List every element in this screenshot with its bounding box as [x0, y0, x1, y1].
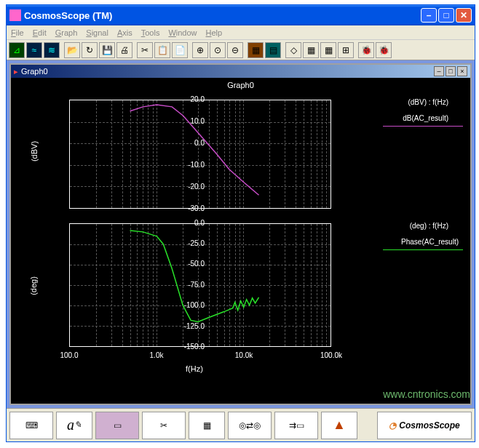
tool-bug2-icon[interactable]: 🐞	[376, 42, 392, 58]
menu-axis[interactable]: Axis	[117, 28, 132, 37]
menu-window[interactable]: Window	[168, 28, 197, 37]
tool-grid2-icon[interactable]: ▦	[320, 42, 336, 58]
p1-ytick: 20.0	[175, 95, 205, 103]
scope-selected-icon[interactable]: ▭	[95, 412, 139, 439]
p2-ytick: -100.0	[175, 301, 205, 309]
tool-bug1-icon[interactable]: 🐞	[358, 42, 374, 58]
graph-maximize-button[interactable]: □	[446, 66, 456, 76]
tool-grid1-icon[interactable]: ▦	[303, 42, 319, 58]
tool-axes-icon[interactable]: ⊞	[338, 42, 354, 58]
matlab-icon[interactable]: ▲	[321, 412, 357, 439]
xlabel: f(Hz)	[186, 364, 203, 373]
plot2-ylabel: (deg)	[29, 276, 38, 295]
cut-tool-icon[interactable]: ✂	[142, 412, 186, 439]
brand-logo-icon: ◔	[389, 420, 396, 431]
graph-canvas[interactable]: Graph0 (dBV) 20.0 10.0 0.0 -10.0 -	[11, 78, 470, 404]
tool-open-icon[interactable]: 📂	[64, 42, 80, 58]
mdi-area: ▸ Graph0 – □ × Graph0 (dBV)	[7, 60, 475, 408]
window-title: CosmosScope (TM)	[24, 10, 421, 21]
brand-label: CosmosScope	[399, 420, 459, 431]
p2-ytick: -125.0	[175, 322, 205, 330]
tool-palette2-icon[interactable]: ▤	[265, 42, 281, 58]
menu-graph[interactable]: Graph	[55, 28, 78, 37]
plot2-legend-title: (deg) : f(Hz)	[410, 222, 448, 230]
p1-ytick: -10.0	[175, 161, 205, 169]
menu-edit[interactable]: Edit	[33, 28, 47, 37]
tool-wave1-icon[interactable]: ≈	[26, 42, 42, 58]
xtick: 1.0k	[142, 351, 171, 359]
p2-ytick: -50.0	[175, 260, 205, 268]
tool-cut-icon[interactable]: ✂	[137, 42, 153, 58]
close-button[interactable]: ✕	[456, 8, 472, 23]
tool-erase-icon[interactable]: ◇	[285, 42, 301, 58]
calculator-icon[interactable]: ▦	[189, 412, 225, 439]
graph-window-title: Graph0	[21, 67, 48, 76]
graph-window-icon: ▸	[14, 67, 18, 76]
tool-wave2-icon[interactable]: ≋	[44, 42, 60, 58]
app-window: CosmosScope (TM) – □ ✕ File Edit Graph S…	[6, 4, 475, 442]
plot1[interactable]	[69, 100, 331, 209]
menubar: File Edit Graph Signal Axis Tools Window…	[7, 25, 475, 40]
legend-color-db	[383, 126, 463, 127]
menu-signal[interactable]: Signal	[86, 28, 108, 37]
tool-palette1-icon[interactable]: ▦	[248, 42, 264, 58]
p1-ytick: 0.0	[175, 139, 205, 147]
brand-button[interactable]: ◔ CosmosScope	[377, 412, 472, 439]
menu-tools[interactable]: Tools	[141, 28, 160, 37]
graph-close-button[interactable]: ×	[457, 66, 467, 76]
graph-window: ▸ Graph0 – □ × Graph0 (dBV)	[9, 63, 472, 405]
p2-ytick: -150.0	[175, 343, 205, 351]
tool-print-icon[interactable]: 🖨	[116, 42, 132, 58]
graph-minimize-button[interactable]: –	[434, 66, 444, 76]
reels-icon[interactable]: ◎⇄◎	[228, 412, 272, 439]
tool-zoom-in-icon[interactable]: ⊕	[192, 42, 208, 58]
plot1-legend-trace[interactable]: dB(AC_result)	[403, 114, 448, 122]
keyboard-icon[interactable]: ⌨	[9, 412, 53, 439]
tool-scope-icon[interactable]: ⊿	[9, 42, 25, 58]
p2-ytick: 0.0	[175, 219, 205, 227]
xtick: 100.0k	[317, 351, 346, 359]
legend-color-phase	[383, 249, 463, 250]
p1-ytick: 10.0	[175, 117, 205, 125]
plot1-ylabel: (dBV)	[30, 141, 39, 161]
app-icon	[9, 9, 21, 21]
toolbar: ⊿ ≈ ≋ 📂 ↻ 💾 🖨 ✂ 📋 📄 ⊕ ⊙ ⊖ ▦ ▤ ◇ ▦ ▦ ⊞ 🐞 …	[7, 40, 475, 60]
watermark: www.cntronics.com	[383, 388, 470, 400]
graph-title: Graph0	[227, 81, 254, 89]
minimize-button[interactable]: –	[421, 8, 437, 23]
tool-paste-icon[interactable]: 📄	[172, 42, 188, 58]
tool-zoom-out-icon[interactable]: ⊖	[227, 42, 243, 58]
titlebar[interactable]: CosmosScope (TM) – □ ✕	[7, 5, 475, 25]
plot2-legend-trace[interactable]: Phase(AC_result)	[401, 238, 459, 246]
xtick: 10.0k	[229, 351, 258, 359]
plot1-legend-title: (dBV) : f(Hz)	[408, 98, 448, 106]
tool-copy-icon[interactable]: 📋	[154, 42, 170, 58]
tool-zoom-fit-icon[interactable]: ⊙	[210, 42, 226, 58]
bottom-toolbar: ⌨ a✎ ▭ ✂ ▦ ◎⇄◎ ⇉▭ ▲ ◔ CosmosScope	[7, 408, 475, 441]
maximize-button[interactable]: □	[438, 8, 454, 23]
annotate-icon[interactable]: a✎	[56, 412, 92, 439]
menu-file[interactable]: File	[11, 28, 24, 37]
p1-ytick: -20.0	[175, 183, 205, 191]
p2-ytick: -25.0	[175, 239, 205, 247]
tool-reload-icon[interactable]: ↻	[82, 42, 98, 58]
menu-help[interactable]: Help	[206, 28, 223, 37]
p2-ytick: -75.0	[175, 281, 205, 289]
xtick: 100.0	[55, 351, 84, 359]
p1-ytick: -30.0	[175, 204, 205, 212]
flow-icon[interactable]: ⇉▭	[274, 412, 318, 439]
graph-titlebar[interactable]: ▸ Graph0 – □ ×	[11, 65, 470, 78]
tool-save-icon[interactable]: 💾	[99, 42, 115, 58]
